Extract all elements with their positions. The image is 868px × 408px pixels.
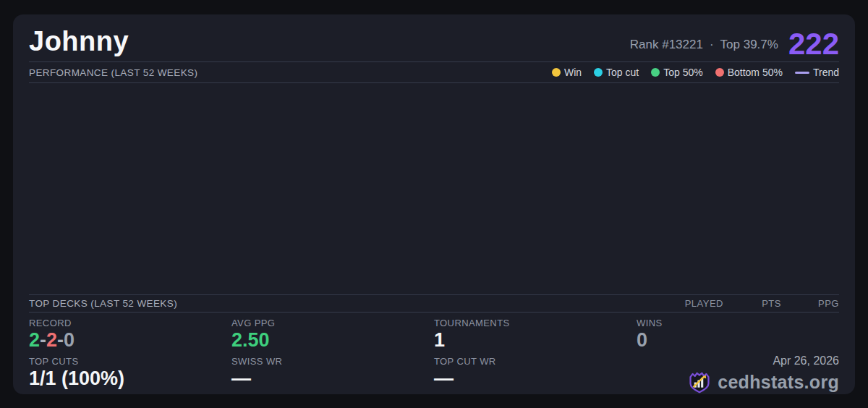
stat-cell-top-cuts: TOP CUTS1/1 (100%) (29, 356, 231, 394)
deck-column-header-ppg: PPG (781, 298, 839, 309)
stat-label: TOP CUT WR (434, 356, 637, 367)
generated-date: Apr 26, 2026 (773, 354, 839, 367)
rank-score-group: Rank #13221 · Top 39.7% 222 (630, 31, 839, 61)
stat-cell-tournaments: TOURNAMENTS1 (434, 318, 637, 355)
player-stats-card: Johnny Rank #13221 · Top 39.7% 222 PERFO… (13, 14, 855, 394)
legend-item-trend: Trend (795, 67, 839, 78)
deck-table-column-headers: PLAYEDPTSPPG (665, 298, 839, 309)
rank-text: Rank #13221 (630, 38, 703, 52)
deck-column-header-played: PLAYED (665, 298, 723, 309)
stat-label: RECORD (29, 318, 231, 328)
legend-label: Bottom 50% (728, 67, 783, 78)
stats-section: RECORD2-2-0AVG PPG2.50TOURNAMENTS1WINS0T… (29, 313, 839, 396)
stat-label: TOURNAMENTS (434, 318, 637, 328)
top-percent-text: Top 39.7% (720, 38, 778, 52)
chart-legend: WinTop cutTop 50%Bottom 50%Trend (552, 67, 839, 78)
win-dot-icon (552, 68, 561, 77)
card-header: Johnny Rank #13221 · Top 39.7% 222 (29, 14, 839, 62)
stat-cell-wins: WINS0 (637, 318, 839, 355)
performance-section-label: PERFORMANCE (LAST 52 WEEKS) (29, 67, 197, 78)
stat-label: SWISS WR (231, 356, 434, 367)
top-decks-section-label: TOP DECKS (LAST 52 WEEKS) (29, 298, 177, 309)
stat-value: — (231, 367, 434, 390)
stat-value: 0 (637, 329, 839, 352)
rank-line: Rank #13221 · Top 39.7% (630, 38, 778, 57)
legend-item-win: Win (552, 67, 582, 78)
trend-line-swatch (795, 72, 809, 74)
legend-item-bottom-50: Bottom 50% (715, 67, 783, 78)
stat-label: TOP CUTS (29, 356, 231, 367)
stat-value: 2-2-0 (29, 329, 231, 352)
legend-item-top-50: Top 50% (651, 67, 702, 78)
stat-label: AVG PPG (231, 318, 434, 328)
brand-row: cedhstats.org (687, 370, 839, 394)
brand-wordmark: cedhstats.org (718, 372, 839, 393)
dot-separator: · (710, 38, 714, 52)
stat-label: WINS (637, 318, 839, 328)
stat-value: — (434, 367, 637, 390)
stat-cell-record: RECORD2-2-0 (29, 318, 231, 355)
top-50-dot-icon (651, 68, 660, 77)
stat-cell-avg-ppg: AVG PPG2.50 (231, 318, 434, 355)
player-score: 222 (788, 31, 839, 57)
top-cut-dot-icon (594, 68, 603, 77)
legend-label: Trend (813, 67, 839, 78)
performance-chart-plot-area (29, 83, 839, 295)
stat-cell-top-cut-wr: TOP CUT WR— (434, 356, 637, 394)
stat-value: 1 (434, 329, 637, 352)
performance-header-bar: PERFORMANCE (LAST 52 WEEKS) WinTop cutTo… (29, 62, 839, 83)
page-title: Johnny (29, 27, 129, 61)
legend-label: Top 50% (663, 67, 702, 78)
stat-value: 1/1 (100%) (29, 367, 231, 390)
shield-bar-chart-arrow-icon (687, 370, 712, 394)
legend-label: Top cut (606, 67, 639, 78)
legend-label: Win (564, 67, 582, 78)
footer-block: Apr 26, 2026 cedhstats.org (687, 354, 839, 394)
stat-value: 2.50 (231, 329, 434, 352)
deck-column-header-pts: PTS (723, 298, 781, 309)
legend-item-top-cut: Top cut (594, 67, 639, 78)
bottom-50-dot-icon (715, 68, 724, 77)
top-decks-header-bar: TOP DECKS (LAST 52 WEEKS) PLAYEDPTSPPG (29, 295, 839, 313)
stat-cell-swiss-wr: SWISS WR— (231, 356, 434, 394)
